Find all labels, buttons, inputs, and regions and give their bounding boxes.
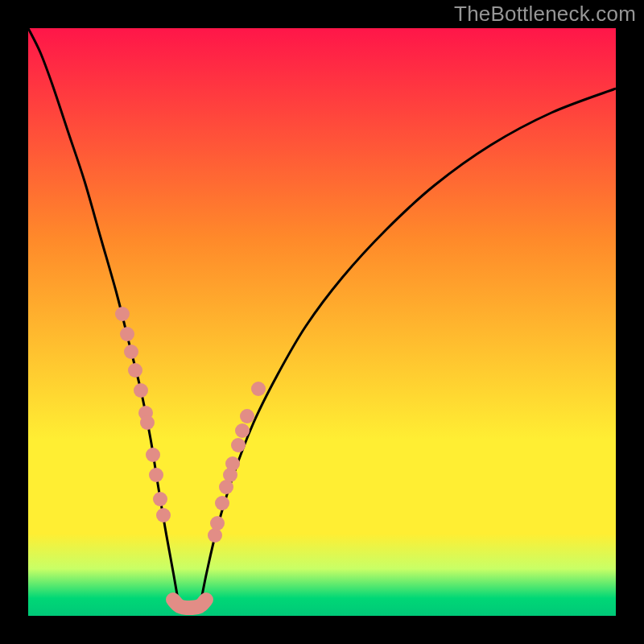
series-point-salmon-dots-right [208, 528, 222, 543]
series-point-salmon-dots-left [140, 415, 155, 430]
series-point-salmon-dots-left [153, 492, 167, 506]
series-point-salmon-dots-left [134, 383, 148, 398]
series-point-salmon-dots-left [120, 327, 134, 341]
watermark-text: TheBottleneck.com [454, 2, 636, 27]
series-point-salmon-dots-right [225, 456, 240, 471]
series-point-salmon-dots-right [240, 409, 254, 423]
series-point-salmon-dots-left [156, 508, 171, 522]
series-point-salmon-dots-right [235, 423, 250, 438]
series-left-curve [28, 28, 179, 604]
plot-area [28, 28, 616, 616]
series-right-curve [200, 89, 616, 604]
series-point-salmon-dots-left [115, 307, 130, 321]
chart-svg [28, 28, 616, 616]
series-point-salmon-dots-left [128, 363, 142, 378]
series-point-salmon-dots-right [215, 496, 229, 510]
series-point-salmon-dots-right [251, 382, 266, 396]
series-point-salmon-dots-left [146, 448, 160, 462]
series-valley-floor-link [173, 600, 206, 608]
series-point-salmon-dots-left [124, 345, 138, 359]
series-point-salmon-dots-left [149, 468, 163, 482]
series-point-salmon-dots-right [210, 516, 225, 530]
series-point-salmon-dots-right [231, 438, 246, 452]
